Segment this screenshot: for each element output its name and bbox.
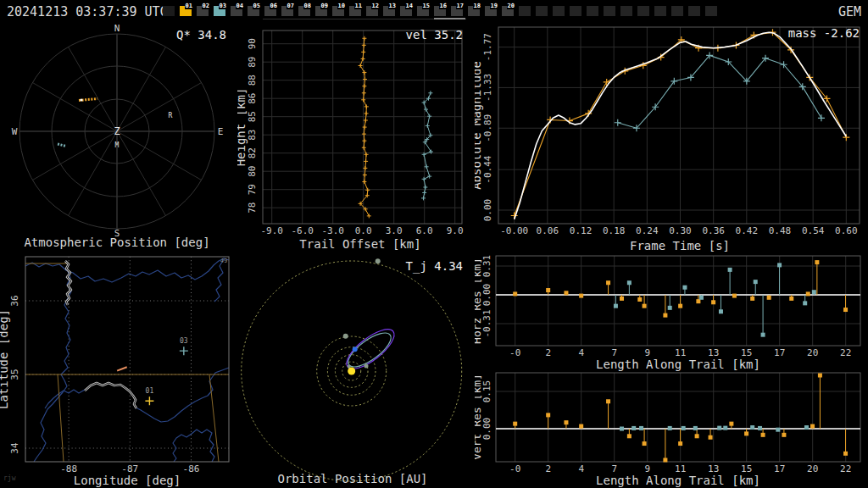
frame-tile-number: 06 (270, 3, 278, 9)
ground-map-plot: 010349-88-87-86363534Latitude [deg] (0, 252, 237, 488)
frame-tile-number: 13 (388, 3, 397, 9)
svg-text:35: 35 (9, 369, 20, 380)
frame-tile-x23[interactable] (553, 6, 565, 16)
frame-tile-x25[interactable] (587, 6, 598, 16)
frame-tile-number: 04 (236, 3, 244, 9)
frame-tile-number: 15 (422, 3, 431, 9)
frame-tile-x27[interactable] (620, 6, 632, 16)
frame-tile-10[interactable]: 10 (332, 6, 344, 16)
svg-text:-6.0: -6.0 (291, 225, 314, 236)
frame-tile-x30[interactable] (671, 6, 683, 16)
svg-text:0.60: 0.60 (835, 225, 858, 236)
frame-tile-x31[interactable] (688, 6, 700, 16)
compass-west: W (12, 126, 18, 137)
tile-strip-highlight[interactable] (434, 18, 465, 19)
frame-tile-14[interactable]: 14 (400, 6, 412, 16)
frame-tile-number: 08 (303, 3, 312, 9)
meteor-analysis-app: 20241213 03:37:39 UTC 010203040506070809… (0, 0, 868, 488)
svg-text:82: 82 (247, 147, 258, 158)
frame-tile-18[interactable]: 18 (468, 6, 480, 16)
frame-tile-x21[interactable] (519, 6, 531, 16)
atmospheric-title: Atmospheric Position [deg] (0, 236, 234, 249)
trail-offset-plot: 90898886858382807978-9.0-6.0-3.00.03.06.… (237, 23, 475, 252)
residuals-panel: 0.310.00-0.31-024791113151720220.150.00-… (475, 252, 868, 488)
frame-tile-09[interactable]: 09 (315, 6, 327, 16)
watermark: rjw (3, 474, 15, 482)
frame-tile-number: 11 (354, 3, 363, 9)
svg-text:0.24: 0.24 (636, 225, 659, 236)
vert-res-ylabel: Vert Res [km] (475, 374, 483, 460)
station-label-03: 03 (180, 337, 188, 345)
svg-text:85: 85 (247, 111, 258, 122)
trail-offset-xlabel: Trail Offset [km] (250, 237, 470, 251)
svg-text:0.42: 0.42 (736, 225, 759, 236)
svg-text:-1.77: -1.77 (482, 33, 493, 61)
svg-text:-3.0: -3.0 (321, 225, 344, 236)
svg-text:83: 83 (247, 130, 258, 141)
frame-tile-number: 17 (456, 3, 465, 9)
frame-tile-number: 09 (320, 3, 329, 9)
frame-tile-11[interactable]: 11 (349, 6, 361, 16)
ref-label-M: M (115, 141, 120, 149)
frame-tile-number: 12 (371, 3, 380, 9)
meteor-orbit-solution-03 (343, 327, 396, 373)
frame-tile-x26[interactable] (604, 6, 615, 16)
horz-length-xlabel: Length Along Trail [km] (492, 358, 865, 371)
ground-map-panel: 010349-88-87-86363534Latitude [deg] Long… (0, 252, 237, 488)
svg-text:0.06: 0.06 (537, 225, 559, 236)
frame-tile-x24[interactable] (570, 6, 581, 16)
frame-tile-number: 03 (219, 3, 227, 9)
frame-tile-12[interactable]: 12 (366, 6, 378, 16)
frame-tile-20[interactable]: 20 (502, 6, 514, 16)
svg-text:-1.33: -1.33 (482, 74, 493, 102)
orbital-title: Orbital Position [AU] (237, 472, 468, 485)
compass-north: N (114, 23, 120, 34)
frame-tile-13[interactable]: 13 (383, 6, 395, 16)
q-stat: Q* 34.8 (176, 28, 226, 42)
svg-text:6.0: 6.0 (416, 225, 433, 236)
frame-tile-04[interactable]: 04 (231, 6, 242, 16)
frame-tile-17[interactable]: 17 (451, 6, 463, 16)
svg-text:0.12: 0.12 (570, 225, 593, 236)
svg-text:0.0: 0.0 (355, 225, 372, 236)
frame-tile-number: 16 (439, 3, 448, 9)
svg-text:-9.0: -9.0 (260, 225, 283, 236)
tisserand-stat: T_j 4.34 (406, 259, 463, 273)
frame-tile-number: 20 (507, 3, 515, 9)
frame-tile-number: 05 (253, 3, 261, 9)
svg-text:0.36: 0.36 (702, 225, 725, 236)
frame-tile-01[interactable]: 01 (180, 6, 192, 16)
planet-mars (343, 334, 348, 339)
frame-tile-06[interactable]: 06 (264, 6, 276, 16)
frame-tile-16[interactable]: 16 (434, 6, 446, 16)
frame-tile-number: 18 (473, 3, 481, 9)
magnitude-plot: -1.77-1.33-0.89-0.440.00-0.000.060.120.1… (475, 23, 868, 252)
station-label-01: 01 (146, 387, 154, 395)
frame-tile-19[interactable]: 19 (485, 6, 497, 16)
frame-tile-x29[interactable] (654, 6, 666, 16)
svg-text:-0.44: -0.44 (482, 155, 493, 183)
planet-venus (364, 364, 369, 369)
svg-text:86: 86 (247, 93, 258, 104)
shower-code-label: GEM (838, 4, 861, 19)
frame-tile-05[interactable]: 05 (248, 6, 259, 16)
frame-tile-x22[interactable] (536, 6, 548, 16)
svg-text:3.0: 3.0 (386, 225, 403, 236)
frame-tile-x28[interactable] (637, 6, 649, 16)
magnitude-ylabel: Absolute Magnitude (475, 61, 483, 190)
orbital-plot (237, 252, 475, 488)
frame-tile-number: 02 (202, 3, 210, 9)
frame-tile-07[interactable]: 07 (281, 6, 293, 16)
frame-tile-08[interactable]: 08 (298, 6, 310, 16)
magnitude-panel: -1.77-1.33-0.89-0.440.00-0.000.060.120.1… (475, 23, 868, 252)
frame-tile-03[interactable]: 03 (214, 6, 225, 16)
frame-tile-x32[interactable] (705, 6, 717, 16)
frame-tile-02[interactable]: 02 (197, 6, 209, 16)
frame-tile-15[interactable]: 15 (417, 6, 429, 16)
atmospheric-position-panel: NESWZRM Q* 34.8 Atmospheric Position [de… (0, 23, 237, 252)
svg-text:89: 89 (247, 57, 258, 68)
atmospheric-position-plot: NESWZRM (0, 23, 237, 252)
frame-tile-x0[interactable] (163, 6, 175, 16)
frame-time-xlabel: Frame Time [s] (492, 239, 868, 252)
zenith-label: Z (114, 125, 120, 137)
